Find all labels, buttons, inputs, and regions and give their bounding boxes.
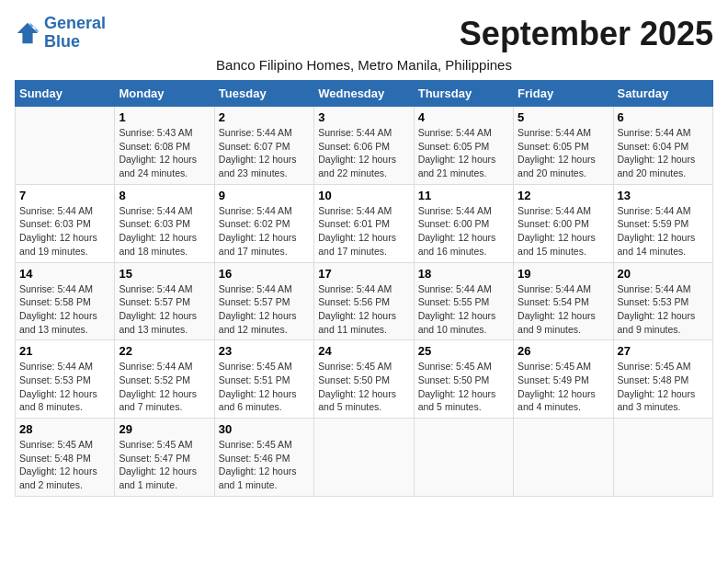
header-day: Wednesday [314,81,414,107]
logo-icon [15,20,40,46]
day-info: Sunrise: 5:44 AMSunset: 6:03 PMDaylight:… [19,204,110,259]
subtitle: Banco Filipino Homes, Metro Manila, Phil… [15,57,713,73]
calendar-cell: 28 Sunrise: 5:45 AMSunset: 5:48 PMDaylig… [16,419,115,497]
calendar-week-row: 1 Sunrise: 5:43 AMSunset: 6:08 PMDayligh… [16,107,713,185]
day-number: 13 [618,189,709,202]
day-number: 29 [119,422,210,436]
day-info: Sunrise: 5:44 AMSunset: 6:02 PMDaylight:… [219,204,310,259]
day-info: Sunrise: 5:44 AMSunset: 5:57 PMDaylight:… [219,282,310,337]
calendar-cell: 12 Sunrise: 5:44 AMSunset: 6:00 PMDaylig… [514,184,613,262]
day-number: 12 [518,189,609,202]
day-info: Sunrise: 5:44 AMSunset: 6:06 PMDaylight:… [318,126,409,180]
calendar-cell: 26 Sunrise: 5:45 AMSunset: 5:49 PMDaylig… [514,340,613,419]
day-info: Sunrise: 5:43 AMSunset: 6:08 PMDaylight:… [119,126,210,180]
calendar-cell [613,419,712,497]
day-info: Sunrise: 5:44 AMSunset: 5:57 PMDaylight:… [119,282,210,337]
day-number: 19 [518,267,609,281]
calendar-cell [514,419,613,497]
calendar-week-row: 28 Sunrise: 5:45 AMSunset: 5:48 PMDaylig… [16,419,713,497]
calendar-cell: 25 Sunrise: 5:45 AMSunset: 5:50 PMDaylig… [414,340,513,419]
calendar-cell: 7 Sunrise: 5:44 AMSunset: 6:03 PMDayligh… [16,184,115,262]
day-info: Sunrise: 5:44 AMSunset: 5:59 PMDaylight:… [618,204,709,259]
day-info: Sunrise: 5:44 AMSunset: 5:53 PMDaylight:… [19,360,110,414]
calendar-cell: 29 Sunrise: 5:45 AMSunset: 5:47 PMDaylig… [115,419,214,497]
calendar-week-row: 7 Sunrise: 5:44 AMSunset: 6:03 PMDayligh… [16,184,713,262]
calendar-cell: 20 Sunrise: 5:44 AMSunset: 5:53 PMDaylig… [613,262,712,340]
day-number: 30 [219,422,310,436]
day-info: Sunrise: 5:45 AMSunset: 5:46 PMDaylight:… [219,438,310,492]
calendar-cell: 16 Sunrise: 5:44 AMSunset: 5:57 PMDaylig… [214,262,313,340]
calendar-cell [16,107,115,185]
calendar-cell: 15 Sunrise: 5:44 AMSunset: 5:57 PMDaylig… [115,262,214,340]
day-number: 26 [518,344,609,358]
calendar-cell: 8 Sunrise: 5:44 AMSunset: 6:03 PMDayligh… [115,184,214,262]
day-info: Sunrise: 5:45 AMSunset: 5:48 PMDaylight:… [19,438,110,492]
day-info: Sunrise: 5:44 AMSunset: 6:03 PMDaylight:… [119,204,210,259]
day-number: 14 [19,267,110,281]
calendar-cell [414,419,513,497]
day-number: 16 [219,267,310,281]
calendar-cell: 2 Sunrise: 5:44 AMSunset: 6:07 PMDayligh… [214,107,313,185]
day-number: 25 [418,344,509,358]
calendar-cell: 6 Sunrise: 5:44 AMSunset: 6:04 PMDayligh… [613,107,712,185]
calendar-cell: 5 Sunrise: 5:44 AMSunset: 6:05 PMDayligh… [514,107,613,185]
calendar-cell: 21 Sunrise: 5:44 AMSunset: 5:53 PMDaylig… [16,340,115,419]
day-info: Sunrise: 5:44 AMSunset: 5:55 PMDaylight:… [418,282,509,337]
day-number: 5 [518,110,609,124]
day-info: Sunrise: 5:44 AMSunset: 6:01 PMDaylight:… [318,204,409,259]
logo: General Blue [15,15,106,52]
calendar-cell: 1 Sunrise: 5:43 AMSunset: 6:08 PMDayligh… [115,107,214,185]
calendar-cell: 23 Sunrise: 5:45 AMSunset: 5:51 PMDaylig… [214,340,313,419]
day-number: 6 [618,110,709,124]
day-number: 11 [418,189,509,202]
calendar-cell: 24 Sunrise: 5:45 AMSunset: 5:50 PMDaylig… [314,340,414,419]
header-row: SundayMondayTuesdayWednesdayThursdayFrid… [16,81,713,107]
day-info: Sunrise: 5:44 AMSunset: 5:56 PMDaylight:… [318,282,409,337]
calendar-cell: 9 Sunrise: 5:44 AMSunset: 6:02 PMDayligh… [214,184,313,262]
day-number: 21 [19,344,110,358]
day-info: Sunrise: 5:45 AMSunset: 5:50 PMDaylight:… [418,360,509,414]
calendar-cell: 17 Sunrise: 5:44 AMSunset: 5:56 PMDaylig… [314,262,414,340]
day-info: Sunrise: 5:44 AMSunset: 6:00 PMDaylight:… [518,204,609,259]
calendar-cell: 27 Sunrise: 5:45 AMSunset: 5:48 PMDaylig… [613,340,712,419]
day-number: 2 [219,110,310,124]
calendar-cell: 3 Sunrise: 5:44 AMSunset: 6:06 PMDayligh… [314,107,414,185]
day-info: Sunrise: 5:44 AMSunset: 5:54 PMDaylight:… [518,282,609,337]
day-info: Sunrise: 5:45 AMSunset: 5:47 PMDaylight:… [119,438,210,492]
calendar-table: SundayMondayTuesdayWednesdayThursdayFrid… [15,80,713,497]
day-number: 7 [19,189,110,202]
day-info: Sunrise: 5:44 AMSunset: 6:05 PMDaylight:… [518,126,609,180]
day-info: Sunrise: 5:44 AMSunset: 6:07 PMDaylight:… [219,126,310,180]
day-number: 8 [119,189,210,202]
day-number: 4 [418,110,509,124]
calendar-cell: 22 Sunrise: 5:44 AMSunset: 5:52 PMDaylig… [115,340,214,419]
logo-text: General Blue [44,15,106,52]
calendar-cell: 19 Sunrise: 5:44 AMSunset: 5:54 PMDaylig… [514,262,613,340]
header-day: Friday [514,81,613,107]
calendar-week-row: 21 Sunrise: 5:44 AMSunset: 5:53 PMDaylig… [16,340,713,419]
header-day: Thursday [414,81,513,107]
main-title: September 2025 [460,15,713,53]
title-block: September 2025 [460,15,713,53]
day-number: 17 [318,267,409,281]
day-number: 9 [219,189,310,202]
day-number: 24 [318,344,409,358]
day-info: Sunrise: 5:44 AMSunset: 6:05 PMDaylight:… [418,126,509,180]
day-info: Sunrise: 5:45 AMSunset: 5:50 PMDaylight:… [318,360,409,414]
calendar-cell: 30 Sunrise: 5:45 AMSunset: 5:46 PMDaylig… [214,419,313,497]
day-info: Sunrise: 5:44 AMSunset: 6:04 PMDaylight:… [618,126,709,180]
day-number: 18 [418,267,509,281]
day-number: 27 [618,344,709,358]
header-day: Saturday [613,81,712,107]
calendar-cell: 11 Sunrise: 5:44 AMSunset: 6:00 PMDaylig… [414,184,513,262]
calendar-week-row: 14 Sunrise: 5:44 AMSunset: 5:58 PMDaylig… [16,262,713,340]
day-number: 10 [318,189,409,202]
svg-marker-0 [17,23,38,43]
day-info: Sunrise: 5:44 AMSunset: 5:53 PMDaylight:… [618,282,709,337]
day-number: 1 [119,110,210,124]
calendar-cell: 4 Sunrise: 5:44 AMSunset: 6:05 PMDayligh… [414,107,513,185]
calendar-cell: 14 Sunrise: 5:44 AMSunset: 5:58 PMDaylig… [16,262,115,340]
day-info: Sunrise: 5:44 AMSunset: 5:52 PMDaylight:… [119,360,210,414]
header-day: Monday [115,81,214,107]
calendar-cell: 13 Sunrise: 5:44 AMSunset: 5:59 PMDaylig… [613,184,712,262]
